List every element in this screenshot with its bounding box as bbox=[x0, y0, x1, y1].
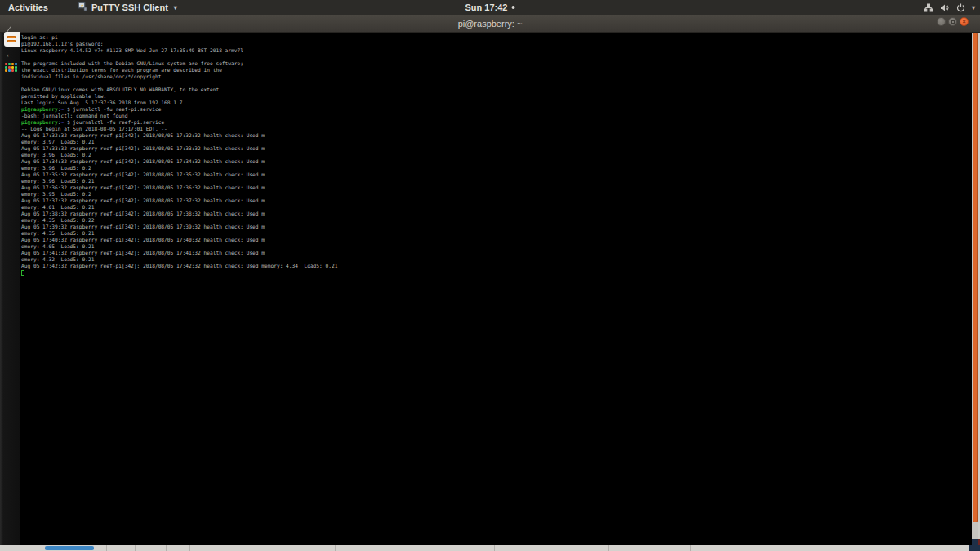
scrollbar-tick bbox=[189, 545, 190, 551]
prompt-user-host: pi@raspberry bbox=[21, 106, 58, 112]
notification-dot-icon bbox=[511, 6, 514, 9]
terminal-line: emory: 4.05 Load5: 0.21 bbox=[21, 243, 972, 250]
terminal-line: Aug 05 17:38:32 raspberry reef-pi[342]: … bbox=[21, 211, 972, 217]
app-menu-button[interactable]: PuTTY SSH Client ▾ bbox=[71, 0, 184, 15]
terminal-line: emory: 3.96 Load5: 0.21 bbox=[21, 178, 972, 184]
terminal-text: $ journalctl -fu reef-pi.service bbox=[64, 119, 164, 125]
terminal-line: individual files in /usr/share/doc/*/cop… bbox=[21, 73, 972, 80]
terminal-line: Last login: Sun Aug 5 17:37:36 2018 from… bbox=[21, 100, 972, 106]
putty-icon bbox=[78, 2, 87, 13]
terminal-line: emory: 4.32 Load5: 0.21 bbox=[21, 256, 972, 263]
terminal-line: Aug 05 17:36:32 raspberry reef-pi[342]: … bbox=[21, 184, 972, 191]
clock-button[interactable]: Sun 17:42 bbox=[466, 0, 515, 15]
terminal-line: -- Logs begin at Sun 2018-08-05 17:17:01… bbox=[21, 126, 972, 132]
putty-dock-icon bbox=[7, 40, 16, 42]
window-titlebar[interactable]: pi@raspberry: ~ × bbox=[0, 15, 980, 33]
terminal-line: emory: 3.95 Load5: 0.2 bbox=[21, 191, 972, 198]
scrollbar-tick bbox=[608, 545, 609, 551]
scrollbar-tick bbox=[690, 545, 691, 551]
background-horizontal-scrollbar-thumb[interactable] bbox=[45, 546, 94, 550]
terminal-line: Linux raspberry 4.14.52-v7+ #1123 SMP We… bbox=[21, 47, 972, 54]
close-button[interactable]: × bbox=[960, 17, 969, 26]
terminal-line: emory: 4.35 Load5: 0.21 bbox=[21, 230, 972, 237]
terminal-line: Aug 05 17:41:32 raspberry reef-pi[342]: … bbox=[21, 250, 972, 256]
scrollbar-tick bbox=[106, 545, 107, 551]
activities-button[interactable]: Activities bbox=[0, 0, 56, 15]
terminal-line: Aug 05 17:37:32 raspberry reef-pi[342]: … bbox=[21, 198, 972, 204]
app-menu-label: PuTTY SSH Client bbox=[91, 2, 168, 12]
window-title: pi@raspberry: ~ bbox=[458, 19, 523, 29]
scrollbar-tick bbox=[764, 545, 764, 551]
terminal-line: pi@raspberry:~ $ journalctl -fu reef-pi.… bbox=[21, 119, 972, 126]
chevron-down-icon: ▾ bbox=[174, 4, 177, 11]
maximize-icon bbox=[951, 20, 955, 24]
terminal-line: emory: 4.35 Load5: 0.22 bbox=[21, 217, 972, 224]
putty-dock-icon bbox=[7, 36, 16, 38]
terminal-line: emory: 3.96 Load5: 0.2 bbox=[21, 152, 972, 158]
system-status-menu[interactable]: ▾ bbox=[924, 0, 975, 15]
background-horizontal-scrollbar-track[interactable] bbox=[0, 545, 980, 551]
terminal-line: login as: pi bbox=[21, 34, 972, 41]
terminal-line: Aug 05 17:35:32 raspberry reef-pi[342]: … bbox=[21, 171, 972, 178]
scrollbar-tick bbox=[335, 545, 336, 551]
back-arrow-icon[interactable]: ← bbox=[5, 49, 15, 59]
terminal-line: The programs included with the Debian GN… bbox=[21, 60, 972, 67]
close-icon: × bbox=[962, 19, 965, 24]
terminal[interactable]: login as: pipi@192.168.1.12's password:L… bbox=[20, 33, 972, 545]
clock-label: Sun 17:42 bbox=[466, 2, 508, 12]
terminal-line: pi@raspberry:~ $ jurnalctl -fu reef-pi.s… bbox=[21, 106, 972, 113]
terminal-line: Debian GNU/Linux comes with ABSOLUTELY N… bbox=[21, 87, 972, 93]
scrollbar-tick bbox=[166, 545, 167, 551]
terminal-line: permitted by applicable law. bbox=[21, 93, 972, 100]
terminal-line: the exact distribution terms for each pr… bbox=[21, 67, 972, 73]
background-vertical-scrollbar-thumb[interactable] bbox=[973, 33, 978, 522]
terminal-line: Aug 05 17:42:32 raspberry reef-pi[342]: … bbox=[21, 263, 972, 269]
terminal-cursor bbox=[21, 270, 24, 276]
terminal-line: Aug 05 17:39:32 raspberry reef-pi[342]: … bbox=[21, 224, 972, 230]
terminal-line: Aug 05 17:32:32 raspberry reef-pi[342]: … bbox=[21, 132, 972, 139]
chevron-down-icon: ▾ bbox=[972, 4, 975, 11]
terminal-line: Aug 05 17:33:32 raspberry reef-pi[342]: … bbox=[21, 145, 972, 152]
terminal-line bbox=[21, 54, 972, 60]
terminal-line: emory: 4.01 Load5: 0.21 bbox=[21, 204, 972, 211]
app-grid-icon[interactable] bbox=[5, 63, 17, 72]
scrollbar-tick bbox=[135, 545, 136, 551]
terminal-line: emory: 3.96 Load5: 0.2 bbox=[21, 165, 972, 171]
terminal-line: Aug 05 17:40:32 raspberry reef-pi[342]: … bbox=[21, 237, 972, 243]
dock-putty-tab[interactable] bbox=[4, 32, 20, 47]
terminal-text: $ jurnalctl -fu reef-pi.service bbox=[64, 106, 161, 112]
prompt-user-host: pi@raspberry bbox=[21, 119, 58, 125]
power-icon bbox=[956, 3, 965, 12]
scrollbar-tick bbox=[494, 545, 495, 551]
volume-icon bbox=[940, 3, 950, 12]
minimize-button[interactable] bbox=[937, 17, 946, 26]
top-bar: Activities PuTTY SSH Client ▾ Sun 17:42 bbox=[0, 0, 980, 15]
terminal-line: -bash: jurnalctl: command not found bbox=[21, 113, 972, 119]
terminal-line bbox=[21, 269, 972, 276]
terminal-line: emory: 3.97 Load5: 0.21 bbox=[21, 139, 972, 145]
maximize-button[interactable] bbox=[948, 17, 957, 26]
dock: ← bbox=[0, 33, 20, 545]
terminal-line: pi@192.168.1.12's password: bbox=[21, 41, 972, 47]
terminal-line: Aug 05 17:34:32 raspberry reef-pi[342]: … bbox=[21, 158, 972, 165]
terminal-line bbox=[21, 80, 972, 87]
network-icon bbox=[924, 3, 933, 12]
